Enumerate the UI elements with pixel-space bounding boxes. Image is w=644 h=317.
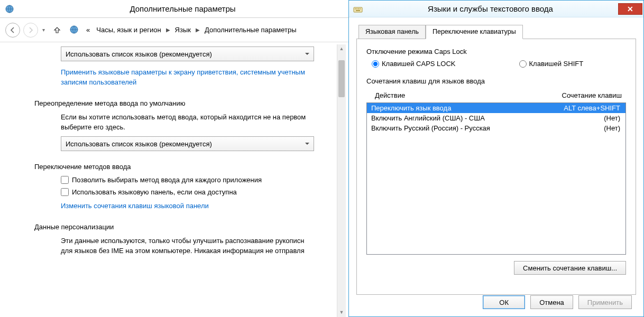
globe-icon xyxy=(4,4,15,14)
cp-title: Дополнительные параметры xyxy=(17,0,348,18)
hotkeys-group-label: Сочетания клавиш для языков ввода xyxy=(366,77,626,85)
breadcrumb-dots[interactable]: « xyxy=(86,26,90,34)
keyboard-icon xyxy=(353,5,363,13)
cancel-button[interactable]: Отмена xyxy=(530,295,573,309)
list-row[interactable]: Включить Английский (США) - США (Нет) xyxy=(367,113,625,123)
radio-label: Клавишей CAPS LOCK xyxy=(382,60,456,68)
list-header: Действие Сочетание клавиш xyxy=(366,89,626,102)
row-keys: ALT слева+SHIFT xyxy=(564,104,620,112)
caps-lock-group-label: Отключение режима Caps Lock xyxy=(366,48,626,55)
language-list-dropdown-2[interactable]: Использовать список языков (рекомендуетс… xyxy=(61,136,314,151)
list-row[interactable]: Включить Русский (Россия) - Русская (Нет… xyxy=(367,123,625,133)
dialog-button-row: ОК Отмена Применить xyxy=(483,295,632,309)
svg-rect-7 xyxy=(356,10,360,11)
radio-caps-lock-input[interactable] xyxy=(372,60,379,68)
col-keys: Сочетание клавиш xyxy=(562,91,622,99)
dialog-titlebar: Языки и службы текстового ввода ✕ xyxy=(349,1,643,17)
checkbox-per-app[interactable]: Позволить выбирать метод ввода для каждо… xyxy=(61,176,346,184)
checkbox-per-app-input[interactable] xyxy=(61,176,69,184)
col-action: Действие xyxy=(375,91,405,99)
up-button[interactable] xyxy=(50,23,64,37)
dialog-tabs: Языковая панель Переключение клавиатуры xyxy=(358,25,643,39)
row-keys: (Нет) xyxy=(604,124,620,132)
breadcrumb-item-2[interactable]: Дополнительные параметры xyxy=(205,26,297,34)
svg-rect-2 xyxy=(354,7,362,12)
tab-keyboard-switch[interactable]: Переключение клавиатуры xyxy=(426,25,523,39)
cp-toolbar: ▾ « Часы, язык и регион ▶ Язык ▶ Дополни… xyxy=(0,18,348,42)
breadcrumb-globe-icon xyxy=(69,25,82,35)
radio-caps-lock[interactable]: Клавишей CAPS LOCK xyxy=(372,60,456,68)
scroll-up-icon[interactable]: ▲ xyxy=(337,44,346,53)
breadcrumb-item-1[interactable]: Язык xyxy=(175,26,191,34)
control-panel-window: Дополнительные параметры ▾ « Часы, язык … xyxy=(0,0,348,317)
svg-rect-5 xyxy=(358,8,359,10)
dialog-title: Языки и службы текстового ввода xyxy=(363,4,618,13)
svg-rect-6 xyxy=(360,8,361,10)
heading-switch: Переключение методов ввода xyxy=(34,163,346,171)
row-action: Включить Английский (США) - США xyxy=(371,114,485,122)
row-action: Переключить язык ввода xyxy=(371,104,451,112)
dialog-body: Отключение режима Caps Lock Клавишей CAP… xyxy=(356,39,636,295)
radio-shift-input[interactable] xyxy=(519,60,527,68)
text-services-dialog: Языки и службы текстового ввода ✕ Языков… xyxy=(348,0,644,317)
scroll-down-icon[interactable]: ▼ xyxy=(337,308,346,317)
checkbox-label: Использовать языковую панель, если она д… xyxy=(72,188,237,196)
close-button[interactable]: ✕ xyxy=(618,3,642,15)
link-hotkeys[interactable]: Изменить сочетания клавиш языковой панел… xyxy=(61,201,346,211)
row-keys: (Нет) xyxy=(604,114,620,122)
heading-override: Переопределение метода ввода по умолчани… xyxy=(34,99,346,107)
dropdown-value: Использовать список языков (рекомендуетс… xyxy=(66,50,212,58)
checkbox-lang-bar-input[interactable] xyxy=(61,188,69,196)
radio-label: Клавишей SHIFT xyxy=(529,60,584,68)
scroll-thumb[interactable] xyxy=(338,60,345,97)
hotkey-list[interactable]: Переключить язык ввода ALT слева+SHIFT В… xyxy=(366,102,626,255)
dropdown-value: Использовать список языков (рекомендуетс… xyxy=(66,140,212,148)
breadcrumb-item-0[interactable]: Часы, язык и регион xyxy=(96,26,161,34)
change-hotkey-button[interactable]: Сменить сочетание клавиш... xyxy=(514,261,626,275)
cp-titlebar: Дополнительные параметры xyxy=(0,0,348,18)
svg-rect-4 xyxy=(356,8,357,10)
forward-button[interactable] xyxy=(23,23,38,38)
heading-personal: Данные персонализации xyxy=(34,223,346,231)
ok-button[interactable]: ОК xyxy=(483,295,525,309)
svg-rect-3 xyxy=(355,8,356,10)
link-welcome-screen[interactable]: Применить языковые параметры к экрану пр… xyxy=(61,68,346,88)
vertical-scrollbar[interactable]: ▲ ▼ xyxy=(337,44,346,317)
checkbox-label: Позволить выбирать метод ввода для каждо… xyxy=(72,176,262,184)
tab-language-bar[interactable]: Языковая панель xyxy=(358,25,426,39)
language-list-dropdown-1[interactable]: Использовать список языков (рекомендуетс… xyxy=(61,46,314,61)
back-button[interactable] xyxy=(5,23,20,38)
apply-button[interactable]: Применить xyxy=(578,295,632,309)
checkbox-lang-bar[interactable]: Использовать языковую панель, если она д… xyxy=(61,188,346,196)
list-row[interactable]: Переключить язык ввода ALT слева+SHIFT xyxy=(367,103,625,113)
radio-shift[interactable]: Клавишей SHIFT xyxy=(519,60,584,68)
row-action: Включить Русский (Россия) - Русская xyxy=(371,124,490,132)
cp-content: Использовать список языков (рекомендуетс… xyxy=(3,44,346,317)
paragraph-override: Если вы хотите использовать метод ввода,… xyxy=(61,113,346,133)
chevron-right-icon: ▶ xyxy=(196,27,200,33)
chevron-right-icon: ▶ xyxy=(166,27,170,33)
paragraph-personal: Эти данные используются, только чтобы ул… xyxy=(61,236,346,256)
close-icon: ✕ xyxy=(627,5,633,13)
